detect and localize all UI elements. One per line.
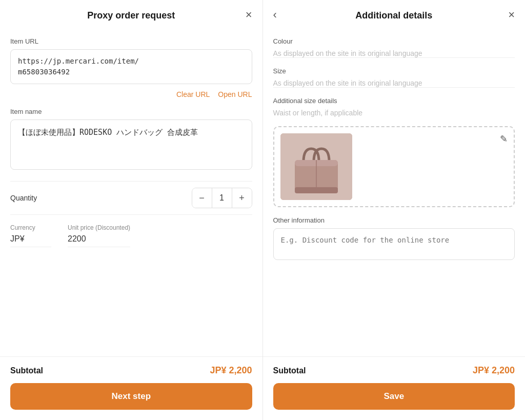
- right-subtotal-row: Subtotal JP¥ 2,200: [273, 365, 515, 376]
- colour-label: Colour: [273, 37, 515, 45]
- colour-divider: [273, 57, 515, 58]
- currency-row: Currency JP¥ Unit price (Discounted) 220…: [10, 224, 252, 247]
- item-name-input[interactable]: 【ほぼ未使用品】RODESKO ハンドバッグ 合成皮革: [10, 119, 252, 170]
- item-url-input[interactable]: https://jp.mercari.com/item/ m6580303649…: [10, 49, 252, 84]
- right-close-button[interactable]: ×: [506, 7, 517, 23]
- quantity-value: 1: [212, 188, 232, 208]
- back-button[interactable]: ‹: [271, 7, 279, 23]
- unit-price-label: Unit price (Discounted): [68, 224, 130, 231]
- quantity-increase-button[interactable]: +: [232, 188, 252, 208]
- additional-details-panel: ‹ Additional details × Colour As display…: [263, 0, 526, 420]
- next-step-button[interactable]: Next step: [10, 383, 252, 410]
- currency-value: JP¥: [10, 234, 51, 247]
- size-divider: [273, 87, 515, 88]
- image-upload-box[interactable]: ✎: [273, 126, 515, 207]
- colour-placeholder: As displayed on the site in its original…: [273, 49, 515, 57]
- left-panel-header: Proxy order request ×: [0, 0, 262, 29]
- colour-group: Colour As displayed on the site in its o…: [273, 37, 515, 58]
- right-panel-footer: Subtotal JP¥ 2,200 Save: [263, 356, 526, 420]
- additional-size-label: Additional size details: [273, 97, 515, 105]
- item-name-group: Item name 【ほぼ未使用品】RODESKO ハンドバッグ 合成皮革: [10, 108, 252, 172]
- svg-rect-4: [295, 187, 338, 193]
- bag-svg: [280, 133, 352, 200]
- open-url-button[interactable]: Open URL: [218, 90, 252, 98]
- right-panel-body: Colour As displayed on the site in its o…: [263, 29, 526, 356]
- right-panel-title: Additional details: [355, 10, 432, 21]
- left-panel-footer: Subtotal JP¥ 2,200 Next step: [0, 356, 262, 420]
- quantity-label: Quantity: [10, 194, 37, 202]
- item-url-label: Item URL: [10, 37, 252, 45]
- size-group: Size As displayed on the site in its ori…: [273, 67, 515, 88]
- url-actions: Clear URL Open URL: [10, 90, 252, 98]
- proxy-order-panel: Proxy order request × Item URL https://j…: [0, 0, 263, 420]
- left-close-button[interactable]: ×: [244, 7, 254, 23]
- quantity-decrease-button[interactable]: −: [192, 188, 212, 208]
- quantity-control: − 1 +: [192, 188, 252, 208]
- left-subtotal-value: JP¥ 2,200: [210, 365, 252, 376]
- product-image-thumb: [280, 133, 352, 200]
- left-panel-title: Proxy order request: [87, 10, 175, 21]
- size-label: Size: [273, 67, 515, 75]
- left-subtotal-row: Subtotal JP¥ 2,200: [10, 365, 252, 376]
- currency-col: Currency JP¥: [10, 224, 51, 247]
- other-info-input[interactable]: [273, 228, 515, 260]
- right-subtotal-value: JP¥ 2,200: [473, 365, 515, 376]
- unit-price-col: Unit price (Discounted) 2200: [68, 224, 130, 247]
- additional-size-placeholder: Waist or length, if applicable: [273, 109, 515, 117]
- item-name-label: Item name: [10, 108, 252, 115]
- left-panel-body: Item URL https://jp.mercari.com/item/ m6…: [0, 29, 262, 356]
- save-button[interactable]: Save: [273, 383, 515, 410]
- edit-image-button[interactable]: ✎: [500, 133, 508, 145]
- right-panel-header: ‹ Additional details ×: [263, 0, 526, 29]
- other-info-group: Other information: [273, 216, 515, 262]
- quantity-row: Quantity − 1 +: [10, 181, 252, 215]
- clear-url-button[interactable]: Clear URL: [176, 90, 210, 98]
- unit-price-value: 2200: [68, 234, 130, 247]
- left-subtotal-label: Subtotal: [10, 366, 43, 375]
- other-info-label: Other information: [273, 216, 515, 224]
- right-subtotal-label: Subtotal: [273, 366, 306, 375]
- currency-label: Currency: [10, 224, 51, 231]
- item-url-group: Item URL https://jp.mercari.com/item/ m6…: [10, 37, 252, 98]
- additional-size-group: Additional size details Waist or length,…: [273, 97, 515, 117]
- size-placeholder: As displayed on the site in its original…: [273, 79, 515, 87]
